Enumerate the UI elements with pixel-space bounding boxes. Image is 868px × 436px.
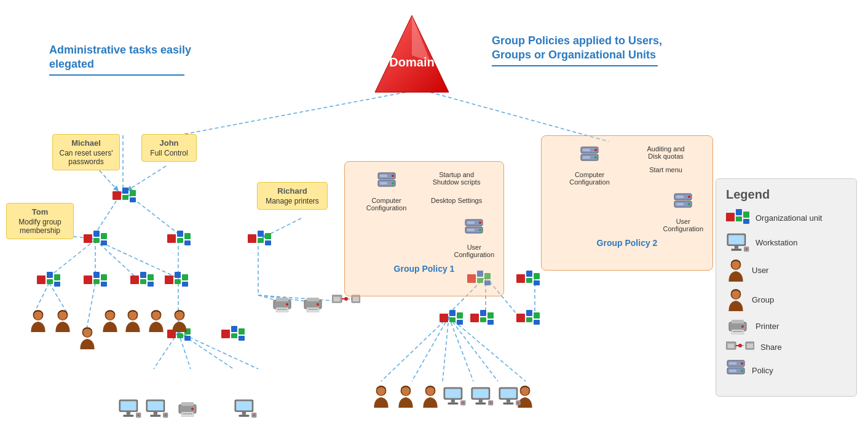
gp2-box: ComputerConfiguration Auditing andDisk q… <box>541 135 713 271</box>
svg-line-1 <box>430 92 609 141</box>
michael-box: Michael Can reset users' passwords <box>52 134 120 170</box>
svg-line-8 <box>95 240 175 277</box>
legend-label-user: User <box>752 266 768 275</box>
ou-icon-printer <box>248 231 271 250</box>
ws-icon-bl1 <box>118 398 141 421</box>
tom-box: Tom Modify group membership <box>6 203 74 239</box>
domain-container: Domain <box>372 12 452 101</box>
user-icon-6 <box>146 309 166 335</box>
legend-label-ws: Workstation <box>756 238 797 247</box>
user-icon-3 <box>77 326 97 352</box>
ws-icon-3 <box>498 386 521 408</box>
right-heading: Group Policies applied to Users, Groups … <box>492 34 664 66</box>
legend-item-group: Group <box>726 288 846 311</box>
ou-icon-topleft <box>112 188 136 207</box>
john-box: John Full Control <box>141 134 197 162</box>
svg-marker-36 <box>412 15 430 61</box>
ou-icon-deep2 <box>221 326 245 346</box>
svg-line-24 <box>381 317 449 381</box>
ou-icon-ss4 <box>165 272 188 291</box>
legend-item-policy: Policy <box>726 359 846 381</box>
legend-item-ws: Workstation <box>726 232 846 252</box>
ou-icon-subright <box>167 231 191 250</box>
user-icon-r1 <box>371 384 391 410</box>
legend-item-ou: Organizational unit <box>726 209 846 226</box>
ou-icon-right5 <box>516 310 540 330</box>
user-icon-2 <box>53 309 73 335</box>
richard-box: Richard Manage printers <box>257 182 328 210</box>
legend-box: Legend Organizational unit Workstation U… <box>716 178 857 397</box>
ou-icon-ss2 <box>84 272 107 291</box>
legend-label-ou: Organizational unit <box>756 213 822 223</box>
user-icon-5 <box>123 309 143 335</box>
ws-icon-1 <box>443 386 466 408</box>
legend-label-policy: Policy <box>752 366 773 375</box>
ws-icon-bl3 <box>234 398 257 421</box>
user-icon-4 <box>100 309 120 335</box>
legend-item-share: Share <box>726 341 846 353</box>
legend-title: Legend <box>726 188 846 202</box>
ws-icon-bl2 <box>145 398 168 421</box>
user-icon-1 <box>28 309 48 335</box>
domain-label: Domain <box>389 55 434 69</box>
ou-icon-right2 <box>516 271 540 290</box>
ou-icon-ss3 <box>130 272 154 291</box>
printer-icon-mid1 <box>270 295 294 315</box>
gp1-box: ComputerConfiguration Startup andShutdow… <box>344 161 504 296</box>
printer-icon-bottom <box>176 400 199 419</box>
ws-icon-2 <box>470 386 494 408</box>
legend-label-share: Share <box>760 343 782 352</box>
left-heading: Administrative tasks easily elegated <box>49 43 209 76</box>
ou-icon-right4 <box>470 310 494 330</box>
printer-icon-mid2 <box>301 295 325 315</box>
ou-icon-ss1 <box>37 272 60 291</box>
legend-label-printer: Printer <box>756 322 779 331</box>
legend-item-printer: Printer <box>726 317 846 335</box>
legend-label-group: Group <box>752 295 774 304</box>
ou-icon-subleft <box>84 231 107 250</box>
user-icon-7 <box>170 309 189 335</box>
legend-item-user: User <box>726 258 846 282</box>
svg-line-32 <box>129 166 166 189</box>
user-icon-r3 <box>420 384 440 410</box>
user-icon-r2 <box>396 384 416 410</box>
ou-icon-right3 <box>440 310 463 330</box>
